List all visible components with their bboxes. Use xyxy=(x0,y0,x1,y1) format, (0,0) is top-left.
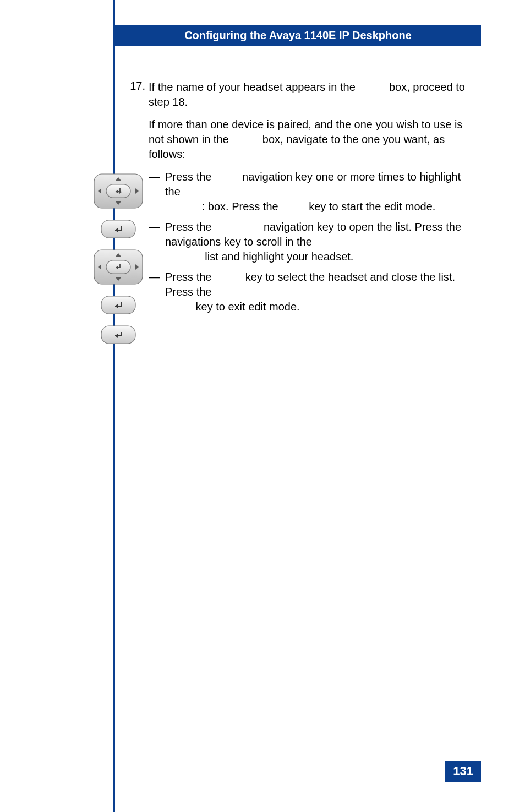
bullet-dash: — xyxy=(149,270,165,314)
bullet-dash: — xyxy=(149,220,165,264)
enter-key-icon xyxy=(101,325,136,344)
text: Press the xyxy=(165,221,211,233)
text: list and highlight your headset. xyxy=(205,250,353,263)
content: 17. If the name of your headset appears … xyxy=(127,80,475,320)
page-number: 131 xyxy=(445,761,481,782)
bullet-dash: — xyxy=(149,170,165,214)
page-header-title: Configuring the Avaya 1140E IP Deskphone xyxy=(184,29,412,42)
text: key to exit edit mode. xyxy=(196,301,300,313)
text: Press the xyxy=(165,271,211,283)
step-number: 17. xyxy=(127,80,149,320)
text: key to start the edit mode. xyxy=(309,200,435,212)
vertical-rule xyxy=(113,0,115,812)
page-header: Configuring the Avaya 1140E IP Deskphone xyxy=(115,25,481,46)
text: If the name of your headset appears in t… xyxy=(149,81,356,93)
step-body: If the name of your headset appears in t… xyxy=(149,80,475,320)
page-number-value: 131 xyxy=(453,764,473,778)
svg-rect-18 xyxy=(101,326,135,344)
text: : box. Press the xyxy=(202,200,278,212)
text: Press the xyxy=(165,171,211,183)
